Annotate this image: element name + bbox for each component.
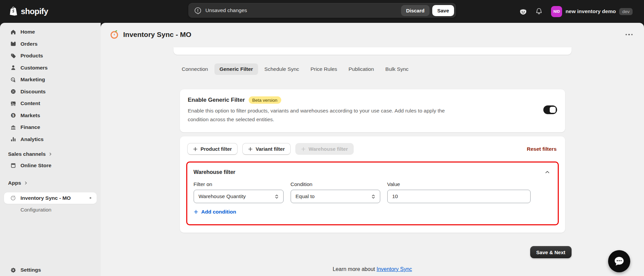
tab-bulk-sync[interactable]: Bulk Sync	[380, 63, 413, 75]
product-filter-button[interactable]: Product filter	[187, 143, 238, 155]
sidebar-item-products[interactable]: Products	[4, 50, 97, 61]
ellipsis-icon	[626, 34, 633, 36]
sidebar-item-label: Products	[20, 53, 43, 59]
storefront-icon	[10, 163, 16, 168]
sidebar-item-label: Settings	[20, 267, 41, 273]
sidebar-item-label: Configuration	[20, 207, 51, 213]
app-frame: Home Orders Products Customers	[0, 23, 644, 276]
discard-button[interactable]: Discard	[401, 5, 430, 16]
globe-dollar-icon: $	[10, 112, 16, 118]
store-avatar: NID	[551, 6, 562, 17]
sidebar-item-home[interactable]: Home	[4, 26, 97, 38]
target-icon	[10, 77, 16, 83]
card-title: Enable Generic Filter	[188, 97, 245, 103]
gauge-icon	[10, 195, 16, 201]
sidebar-item-marketing[interactable]: Marketing	[4, 74, 97, 85]
chevron-up-icon	[545, 170, 550, 175]
sidebar: Home Orders Products Customers	[0, 23, 101, 276]
warehouse-filter-button: Warehouse filter	[295, 143, 354, 155]
apps-label: Apps	[8, 180, 21, 186]
shopify-wordmark: shopify	[21, 7, 48, 16]
sidebar-item-settings[interactable]: Settings	[4, 264, 97, 276]
condition-field: Condition Equal to	[291, 181, 380, 203]
gear-icon	[10, 267, 16, 273]
select-updown-icon	[275, 194, 279, 199]
sidebar-item-analytics[interactable]: Analytics	[4, 134, 97, 145]
filters-card: Product filter Variant filter Warehouse …	[180, 136, 565, 233]
chat-icon	[613, 256, 625, 267]
sidebar-item-content[interactable]: Content	[4, 98, 97, 109]
filter-on-label: Filter on	[194, 181, 284, 187]
sales-channels-label: Sales channels	[8, 151, 46, 157]
chevron-right-icon	[48, 152, 52, 156]
add-condition-label: Add condition	[201, 209, 236, 215]
condition-select[interactable]: Equal to	[291, 190, 380, 203]
condition-row: Filter on Warehouse Quantity	[194, 181, 551, 203]
filter-buttons-row: Product filter Variant filter Warehouse …	[186, 143, 559, 155]
sidebar-item-label: Analytics	[20, 136, 44, 142]
orders-icon	[10, 41, 16, 47]
sidebar-item-customers[interactable]: Customers	[4, 62, 97, 74]
sidebar-item-discounts[interactable]: Discounts	[4, 86, 97, 97]
enable-filter-toggle[interactable]	[543, 105, 557, 114]
plus-icon	[248, 147, 253, 151]
condition-label: Condition	[291, 181, 380, 187]
collapse-section-button[interactable]	[543, 168, 551, 176]
select-updown-icon	[371, 194, 376, 199]
value-input[interactable]	[387, 190, 531, 203]
enable-generic-filter-card: Enable Generic Filter Beta version Enabl…	[180, 89, 565, 132]
tab-price-rules[interactable]: Price Rules	[305, 63, 342, 75]
sidebar-item-label: Content	[20, 100, 40, 106]
image-icon	[10, 101, 16, 106]
sales-channels-header[interactable]: Sales channels	[4, 148, 97, 160]
sidebar-item-finance[interactable]: Finance	[4, 122, 97, 133]
sidebar-item-markets[interactable]: $ Markets	[4, 110, 97, 121]
store-name: new inventory demo	[565, 8, 616, 14]
tab-generic-filter[interactable]: Generic Filter	[214, 63, 258, 75]
sidebar-item-label: Inventory Sync - MO	[20, 195, 71, 201]
scrolled-card-remnant	[174, 47, 572, 55]
alert-icon	[194, 7, 201, 14]
sidebar-item-orders[interactable]: Orders	[4, 38, 97, 50]
tab-schedule-sync[interactable]: Schedule Sync	[259, 63, 304, 75]
topbar-right: NID new inventory demo dev	[518, 0, 644, 23]
tab-bar: Connection Generic Filter Schedule Sync …	[174, 63, 572, 75]
sidebar-item-online-store[interactable]: Online Store	[4, 160, 97, 171]
sidebar-item-configuration[interactable]: Configuration	[4, 205, 97, 215]
chat-button[interactable]	[608, 250, 630, 272]
sidekick-button[interactable]	[518, 6, 528, 16]
app-logo-icon	[109, 30, 119, 40]
filter-on-select[interactable]: Warehouse Quantity	[194, 190, 284, 203]
sidebar-item-label: Discounts	[20, 89, 46, 95]
page-header: Inventory Sync - MO	[101, 23, 644, 46]
tag-icon	[10, 53, 16, 59]
reset-filters-link[interactable]: Reset filters	[527, 146, 558, 152]
home-icon	[10, 29, 16, 35]
apps-header[interactable]: Apps	[4, 177, 97, 189]
save-next-button[interactable]: Save & Next	[530, 246, 572, 258]
plus-icon	[301, 147, 306, 151]
tab-connection[interactable]: Connection	[177, 63, 213, 75]
warehouse-filter-title: Warehouse filter	[194, 169, 236, 175]
filter-button-label: Warehouse filter	[309, 146, 348, 152]
tab-publication[interactable]: Publication	[344, 63, 379, 75]
bank-icon	[10, 125, 16, 130]
more-actions-button[interactable]	[623, 31, 636, 38]
sidebar-item-inventory-sync[interactable]: Inventory Sync - MO	[4, 192, 97, 204]
inventory-sync-link[interactable]: Inventory Sync	[377, 266, 412, 272]
variant-filter-button[interactable]: Variant filter	[242, 143, 291, 155]
add-condition-link[interactable]: Add condition	[194, 209, 236, 215]
actions-row: Save & Next	[174, 246, 572, 258]
filter-button-label: Variant filter	[256, 146, 285, 152]
plus-icon	[194, 210, 198, 214]
shopify-logo[interactable]: shopify	[7, 0, 50, 23]
sidebar-item-label: Customers	[20, 65, 48, 71]
notifications-button[interactable]	[534, 7, 544, 16]
save-button[interactable]: Save	[432, 5, 454, 16]
filter-button-label: Product filter	[201, 146, 232, 152]
page-title: Inventory Sync - MO	[123, 31, 191, 39]
dev-badge: dev	[619, 8, 633, 15]
filter-on-value: Warehouse Quantity	[199, 193, 246, 199]
shopify-bag-icon	[9, 6, 18, 16]
store-menu[interactable]: NID new inventory demo dev	[550, 5, 634, 18]
